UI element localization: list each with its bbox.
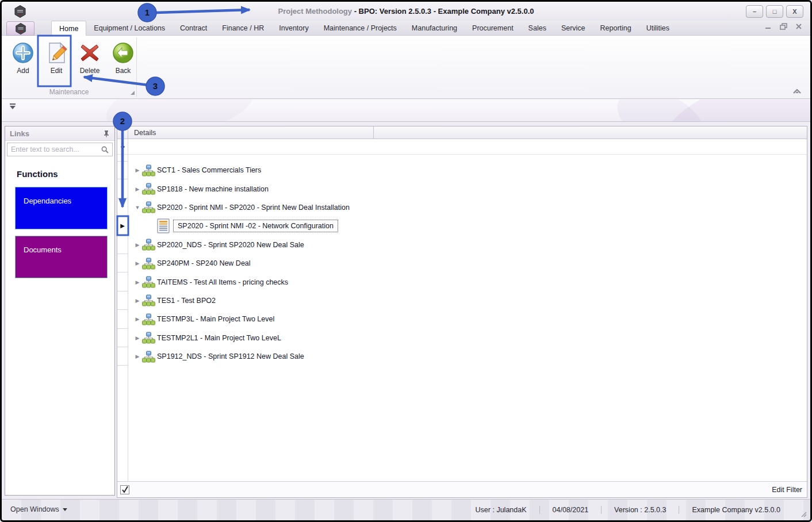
row-indicator-header: [117, 126, 128, 139]
delete-icon: [78, 41, 101, 64]
mdi-close-icon[interactable]: [795, 23, 802, 30]
mdi-restore-icon[interactable]: [780, 23, 787, 30]
auto-filter-row[interactable]: [117, 139, 807, 155]
mdi-minimize-icon[interactable]: [765, 23, 772, 30]
row-indicator-cell[interactable]: [117, 161, 128, 179]
task-document-icon: [157, 218, 170, 233]
minimize-button[interactable]: –: [746, 5, 763, 18]
ribbon-collapse-icon[interactable]: [792, 87, 802, 95]
row-indicator-cell[interactable]: [117, 179, 128, 198]
table-row[interactable]: ▶ TES1 - Test BPO2: [128, 291, 807, 310]
ribbon-group-label: Maintenance: [5, 88, 133, 96]
link-item-documents[interactable]: Documents: [15, 236, 108, 278]
tree-row-label: SCT1 - Sales Commercials Tiers: [157, 166, 261, 174]
row-indicator-cell[interactable]: [117, 310, 128, 328]
current-row-indicator[interactable]: ▶: [117, 217, 128, 235]
group-dialog-launcher-icon[interactable]: [131, 91, 135, 95]
tab-utilities[interactable]: Utilities: [639, 21, 677, 36]
tab-finance-hr[interactable]: Finance / HR: [215, 21, 271, 36]
status-user: User : JulandaK: [463, 506, 539, 514]
expand-arrow-icon[interactable]: ▶: [133, 335, 142, 341]
expand-arrow-icon[interactable]: ▶: [133, 354, 142, 359]
tab-inventory[interactable]: Inventory: [271, 21, 316, 36]
expand-arrow-icon[interactable]: ▶: [133, 316, 142, 322]
table-row[interactable]: ▶ SP1818 - New machine installation: [128, 179, 807, 198]
pin-icon[interactable]: [103, 130, 110, 137]
close-button[interactable]: X: [786, 5, 803, 18]
links-panel: Links Enter text to search... Functions …: [5, 126, 115, 496]
tree-row-label: SP240PM - SP240 New Deal: [157, 259, 251, 267]
project-node-icon: [142, 201, 155, 213]
open-windows-dropdown[interactable]: Open Windows: [10, 505, 67, 513]
tree-row-label: SP2020 - Sprint NMI - SP2020 - Sprint Ne…: [157, 204, 350, 212]
table-row[interactable]: ▶ SCT1 - Sales Commercials Tiers: [128, 161, 807, 179]
edit-button-label: Edit: [51, 67, 63, 75]
table-row[interactable]: ▶ SP240PM - SP240 New Deal: [128, 254, 807, 272]
tab-service[interactable]: Service: [554, 21, 593, 36]
tab-home[interactable]: Home: [51, 21, 86, 36]
open-windows-label: Open Windows: [10, 505, 59, 513]
edit-button[interactable]: Edit: [43, 39, 70, 75]
table-row[interactable]: ▶ SP2020_NDS - Sprint SP2020 New Deal Sa…: [128, 236, 807, 254]
expand-arrow-icon[interactable]: ▶: [133, 186, 142, 192]
table-row[interactable]: SP2020 - Sprint NMI -02 - Network Config…: [128, 217, 807, 235]
tree-row-label: TES1 - Test BPO2: [157, 297, 216, 305]
project-node-icon: [142, 313, 155, 325]
status-bar: Open Windows User : JulandaK 04/08/2021 …: [2, 499, 810, 520]
expand-arrow-icon[interactable]: ▶: [133, 167, 142, 173]
table-row[interactable]: ▶ TAITEMS - Test All Items - pricing che…: [128, 272, 807, 291]
search-icon: [101, 146, 109, 153]
add-button[interactable]: Add: [9, 39, 37, 75]
tab-maintenance-projects[interactable]: Maintenance / Projects: [316, 21, 404, 36]
row-indicator-cell[interactable]: [117, 254, 128, 272]
edit-filter-link[interactable]: Edit Filter: [772, 486, 802, 494]
table-row[interactable]: ▶ TESTMP2L1 - Main Project Two LeveL: [128, 329, 807, 347]
ribbon-group-separator: [136, 37, 137, 97]
functions-section-title: Functions: [17, 169, 114, 179]
row-indicator-cell[interactable]: [117, 236, 128, 254]
tab-contract[interactable]: Contract: [173, 21, 215, 36]
column-divider[interactable]: [373, 126, 374, 139]
row-indicator-cell[interactable]: [117, 272, 128, 291]
tab-procurement[interactable]: Procurement: [465, 21, 521, 36]
filter-enabled-checkbox[interactable]: [120, 485, 129, 494]
tab-reporting[interactable]: Reporting: [593, 21, 639, 36]
band-dropdown-icon[interactable]: [9, 103, 16, 109]
search-input[interactable]: Enter text to search...: [7, 143, 113, 156]
app-logo-icon: [14, 22, 28, 35]
project-node-icon: [142, 332, 155, 344]
link-item-dependancies[interactable]: Dependancies: [15, 187, 108, 229]
expand-arrow-icon[interactable]: ▶: [133, 298, 142, 304]
tree-row-label: TESTMP3L - Main Project Two Level: [157, 315, 274, 323]
ribbon-tab-row: HomeEquipment / LocationsContractFinance…: [2, 21, 810, 36]
tab-equipment-locations[interactable]: Equipment / Locations: [86, 21, 173, 36]
expand-arrow-icon[interactable]: ▶: [133, 279, 142, 285]
expand-arrow-icon[interactable]: ▶: [133, 242, 142, 248]
row-indicator-cell[interactable]: [117, 347, 128, 366]
grid-footer: Edit Filter: [117, 481, 807, 497]
resize-grip[interactable]: [799, 509, 807, 517]
application-menu-button[interactable]: [6, 21, 35, 36]
row-indicator-cell[interactable]: [117, 198, 128, 217]
title-bar: Project Methodology - BPO: Version 2.5.0…: [2, 2, 810, 21]
delete-button[interactable]: Delete: [76, 39, 104, 75]
tree-row-label: SP2020_NDS - Sprint SP2020 New Deal Sale: [157, 241, 304, 249]
tree-row-label: SP2020 - Sprint NMI -02 - Network Config…: [173, 220, 338, 232]
filter-row-indicator: [117, 139, 128, 154]
table-row[interactable]: ▶ TESTMP3L - Main Project Two Level: [128, 310, 807, 328]
tab-manufacturing[interactable]: Manufacturing: [404, 21, 465, 36]
row-indicator-cell[interactable]: [117, 329, 128, 347]
toolbar-band: [2, 99, 810, 122]
table-row[interactable]: ▼ SP2020 - Sprint NMI - SP2020 - Sprint …: [128, 198, 807, 217]
row-indicator-cell[interactable]: [117, 291, 128, 310]
details-column-header[interactable]: Details: [134, 129, 156, 137]
back-button[interactable]: Back: [109, 39, 137, 75]
details-grid: Details ▶ ▶ SCT1 - Sales Commercials Tie…: [117, 126, 807, 498]
tree-row-label: SP1818 - New machine installation: [157, 185, 269, 193]
tab-sales[interactable]: Sales: [521, 21, 554, 36]
maximize-button[interactable]: □: [766, 5, 783, 18]
table-row[interactable]: ▶ SP1912_NDS - Sprint SP1912 New Deal Sa…: [128, 347, 807, 366]
row-indicator-column: ▶: [117, 154, 128, 481]
expand-arrow-icon[interactable]: ▶: [133, 260, 142, 266]
expand-arrow-icon[interactable]: ▼: [133, 205, 142, 210]
